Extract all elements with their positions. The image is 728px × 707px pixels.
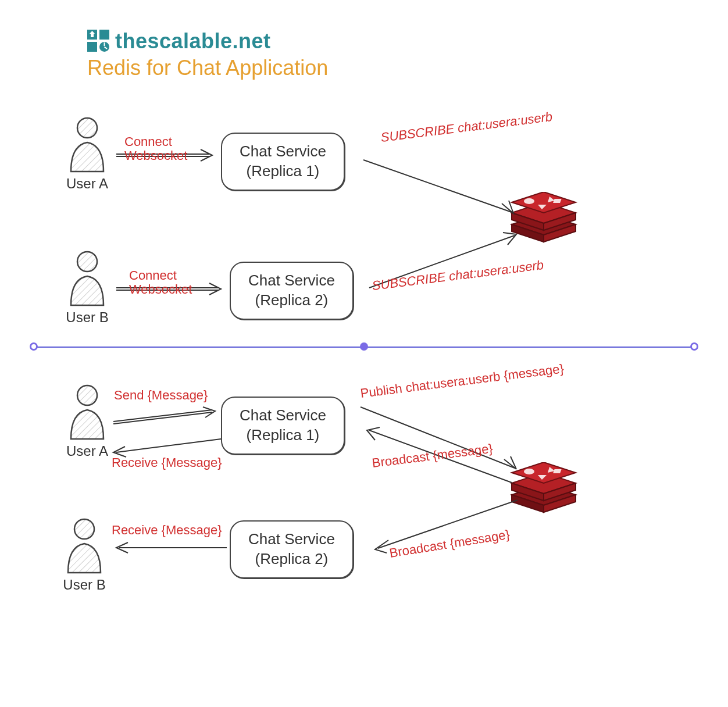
service-replica: (Replica 2) bbox=[248, 549, 335, 569]
svg-line-30 bbox=[116, 439, 221, 452]
section-divider bbox=[34, 343, 694, 351]
person-icon bbox=[61, 517, 108, 576]
svg-point-44 bbox=[74, 519, 94, 539]
chat-service-replica-2-bottom: Chat Service (Replica 2) bbox=[230, 520, 354, 579]
svg-rect-3 bbox=[99, 30, 109, 40]
label-send-message: Send {Message} bbox=[114, 388, 208, 402]
person-icon bbox=[64, 116, 110, 174]
label-receive-a: Receive {Message} bbox=[112, 456, 222, 470]
label-connect-ws-b: Connect Websocket bbox=[129, 269, 192, 297]
label-publish: Publish chat:usera:userb {message} bbox=[360, 362, 565, 401]
service-replica: (Replica 1) bbox=[240, 162, 326, 181]
svg-rect-2 bbox=[91, 33, 94, 37]
chat-service-replica-1-top: Chat Service (Replica 1) bbox=[221, 133, 345, 191]
user-b-bottom: User B bbox=[61, 517, 108, 593]
person-icon bbox=[64, 384, 110, 442]
svg-rect-24 bbox=[553, 199, 562, 203]
brand-logo: thescalable.net bbox=[87, 29, 328, 53]
person-icon bbox=[64, 250, 110, 308]
user-a-label: User A bbox=[64, 176, 110, 192]
svg-line-28 bbox=[113, 410, 212, 422]
diagram-title: Redis for Chat Application bbox=[87, 56, 328, 80]
user-a-bottom: User A bbox=[64, 384, 110, 459]
header: thescalable.net Redis for Chat Applicati… bbox=[87, 29, 328, 80]
svg-rect-5 bbox=[104, 42, 105, 46]
service-replica: (Replica 2) bbox=[248, 291, 335, 310]
arrow-receive-b bbox=[110, 541, 233, 558]
user-b-top: User B bbox=[64, 250, 110, 326]
arrow-svc1-to-redis bbox=[363, 160, 526, 224]
svg-point-27 bbox=[77, 385, 97, 405]
brand-name: thescalable.net bbox=[115, 29, 271, 53]
svg-rect-4 bbox=[87, 42, 97, 52]
scalable-logo-icon bbox=[87, 30, 110, 53]
service-replica: (Replica 1) bbox=[240, 426, 326, 445]
service-name: Chat Service bbox=[248, 271, 335, 291]
svg-line-29 bbox=[113, 412, 212, 424]
svg-point-11 bbox=[77, 252, 97, 272]
user-a-top: User A bbox=[64, 116, 110, 192]
arrow-send-message bbox=[113, 407, 224, 430]
user-b-label: User B bbox=[64, 309, 110, 326]
svg-line-25 bbox=[363, 160, 512, 212]
chat-service-replica-1-bottom: Chat Service (Replica 1) bbox=[221, 397, 345, 455]
service-name: Chat Service bbox=[240, 142, 326, 162]
svg-point-8 bbox=[77, 118, 97, 138]
service-name: Chat Service bbox=[248, 530, 335, 549]
service-name: Chat Service bbox=[240, 406, 326, 426]
svg-rect-41 bbox=[553, 469, 562, 473]
user-a-label: User A bbox=[64, 443, 110, 459]
label-receive-b: Receive {Message} bbox=[112, 523, 222, 537]
label-subscribe-1: SUBSCRIBE chat:usera:userb bbox=[380, 110, 554, 145]
user-b-label: User B bbox=[61, 577, 108, 593]
chat-service-replica-2-top: Chat Service (Replica 2) bbox=[230, 262, 354, 320]
label-connect-ws-a: Connect Websocket bbox=[124, 135, 187, 163]
